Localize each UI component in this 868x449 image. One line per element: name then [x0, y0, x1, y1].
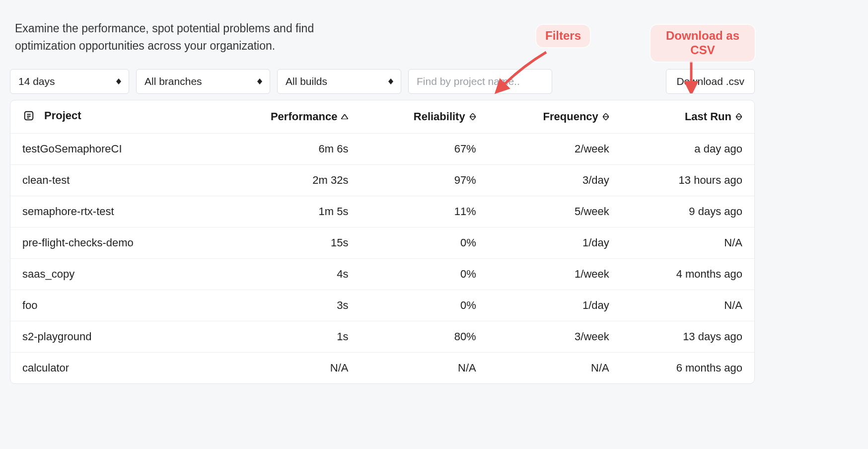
- table-row[interactable]: saas_copy4s0%1/week4 months ago: [10, 259, 754, 290]
- col-reliability-label: Reliability: [414, 110, 465, 123]
- cell-project: calculator: [10, 353, 210, 384]
- sort-updown-icon: [469, 112, 476, 122]
- branches-select[interactable]: All branches: [136, 69, 270, 94]
- cell-frequency: 5/week: [488, 196, 621, 227]
- cell-reliability: 0%: [360, 290, 488, 321]
- cell-frequency: N/A: [488, 353, 621, 384]
- cell-performance: 15s: [210, 227, 361, 259]
- cell-frequency: 1/week: [488, 259, 621, 290]
- cell-last-run: 4 months ago: [621, 259, 754, 290]
- cell-project: testGoSemaphoreCI: [10, 134, 210, 165]
- cell-project: saas_copy: [10, 259, 210, 290]
- cell-project: pre-flight-checks-demo: [10, 227, 210, 259]
- cell-reliability: 80%: [360, 321, 488, 353]
- col-last-run-label: Last Run: [685, 110, 731, 123]
- chevron-updown-icon: [388, 77, 394, 86]
- cell-performance: 6m 6s: [210, 134, 361, 165]
- cell-performance: 4s: [210, 259, 361, 290]
- cell-last-run: 6 months ago: [621, 353, 754, 384]
- cell-performance: 1s: [210, 321, 361, 353]
- cell-frequency: 2/week: [488, 134, 621, 165]
- sort-updown-icon: [735, 112, 742, 122]
- cell-project: s2-playground: [10, 321, 210, 353]
- builds-value: All builds: [286, 75, 327, 87]
- table-row[interactable]: clean-test2m 32s97%3/day13 hours ago: [10, 165, 754, 196]
- col-performance[interactable]: Performance: [210, 100, 361, 134]
- chevron-updown-icon: [257, 77, 263, 86]
- download-csv-label: Download .csv: [676, 75, 744, 87]
- cell-frequency: 1/day: [488, 290, 621, 321]
- cell-last-run: a day ago: [621, 134, 754, 165]
- col-last-run[interactable]: Last Run: [621, 100, 754, 134]
- cell-frequency: 3/week: [488, 321, 621, 353]
- table-row[interactable]: testGoSemaphoreCI6m 6s67%2/weeka day ago: [10, 134, 754, 165]
- callout-filters: Filters: [536, 25, 590, 47]
- sort-updown-icon: [602, 112, 609, 122]
- table-row[interactable]: calculatorN/AN/AN/A6 months ago: [10, 353, 754, 384]
- col-project[interactable]: Project: [10, 100, 210, 134]
- builds-select[interactable]: All builds: [277, 69, 401, 94]
- col-reliability[interactable]: Reliability: [360, 100, 488, 134]
- cell-project: semaphore-rtx-test: [10, 196, 210, 227]
- chevron-updown-icon: [116, 77, 122, 86]
- time-range-value: 14 days: [18, 75, 55, 87]
- cell-project: clean-test: [10, 165, 210, 196]
- search-input[interactable]: [408, 69, 552, 94]
- table-row[interactable]: s2-playground1s80%3/week13 days ago: [10, 321, 754, 353]
- table-row[interactable]: semaphore-rtx-test1m 5s11%5/week9 days a…: [10, 196, 754, 227]
- cell-reliability: 0%: [360, 227, 488, 259]
- cell-reliability: 67%: [360, 134, 488, 165]
- col-performance-label: Performance: [271, 110, 338, 123]
- cell-last-run: N/A: [621, 290, 754, 321]
- project-icon: [22, 109, 35, 122]
- time-range-select[interactable]: 14 days: [10, 69, 129, 94]
- cell-reliability: 97%: [360, 165, 488, 196]
- cell-performance: N/A: [210, 353, 361, 384]
- cell-last-run: 9 days ago: [621, 196, 754, 227]
- cell-reliability: N/A: [360, 353, 488, 384]
- filter-bar: 14 days All branches All builds Download…: [10, 69, 755, 94]
- cell-frequency: 1/day: [488, 227, 621, 259]
- page-description: Examine the performance, spot potential …: [15, 20, 362, 54]
- sort-asc-icon: [341, 112, 348, 122]
- cell-performance: 2m 32s: [210, 165, 361, 196]
- cell-project: foo: [10, 290, 210, 321]
- cell-performance: 1m 5s: [210, 196, 361, 227]
- col-frequency-label: Frequency: [543, 110, 598, 123]
- download-csv-button[interactable]: Download .csv: [666, 69, 755, 94]
- cell-frequency: 3/day: [488, 165, 621, 196]
- table-row[interactable]: foo3s0%1/dayN/A: [10, 290, 754, 321]
- col-project-label: Project: [44, 109, 81, 122]
- cell-reliability: 11%: [360, 196, 488, 227]
- cell-last-run: 13 hours ago: [621, 165, 754, 196]
- col-frequency[interactable]: Frequency: [488, 100, 621, 134]
- branches-value: All branches: [145, 75, 202, 87]
- cell-last-run: N/A: [621, 227, 754, 259]
- cell-reliability: 0%: [360, 259, 488, 290]
- cell-last-run: 13 days ago: [621, 321, 754, 353]
- table-row[interactable]: pre-flight-checks-demo15s0%1/dayN/A: [10, 227, 754, 259]
- callout-download: Download as CSV: [651, 25, 755, 62]
- projects-table: Project Performance Reliabili: [10, 100, 755, 384]
- cell-performance: 3s: [210, 290, 361, 321]
